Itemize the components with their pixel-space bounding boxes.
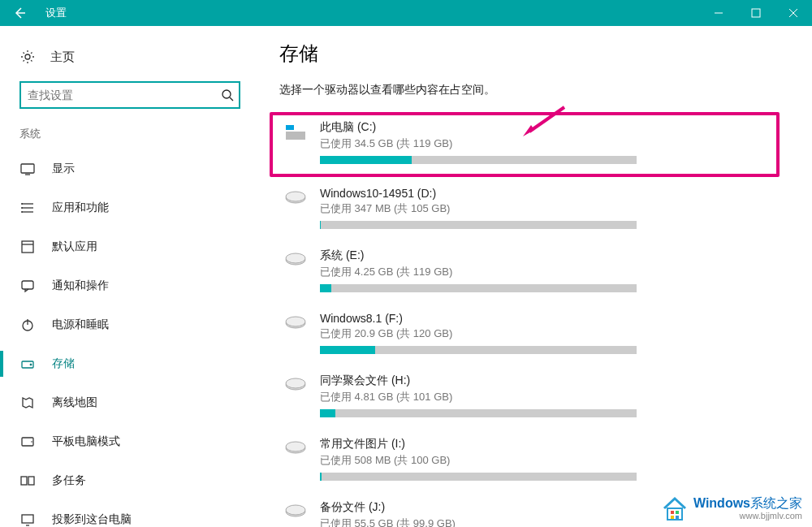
watermark: Windows系统之家 www.bjjmlv.com <box>661 495 802 522</box>
sidebar-item-storage[interactable]: 存储 <box>0 344 260 383</box>
sidebar-item-power[interactable]: 电源和睡眠 <box>0 305 260 344</box>
drive-usage-bar <box>320 156 637 164</box>
svg-point-41 <box>286 505 305 515</box>
sidebar-item-label: 电源和睡眠 <box>52 317 109 332</box>
svg-point-33 <box>286 253 305 263</box>
drive-icon <box>279 437 312 481</box>
maximize-icon <box>751 8 761 18</box>
display-icon <box>19 161 36 177</box>
drive-name: Windows10-14951 (D:) <box>320 187 780 200</box>
back-button[interactable] <box>0 0 39 26</box>
drive-row[interactable]: 常用文件图片 (I:)已使用 508 MB (共 100 GB) <box>279 432 780 490</box>
svg-point-4 <box>25 54 30 59</box>
sidebar-item-apps[interactable]: 应用和功能 <box>0 188 260 227</box>
proj-icon <box>19 512 36 527</box>
svg-rect-15 <box>22 241 33 253</box>
svg-line-6 <box>230 97 233 101</box>
svg-rect-47 <box>671 516 674 519</box>
svg-rect-48 <box>676 516 679 519</box>
close-button[interactable] <box>775 0 812 26</box>
svg-point-23 <box>31 441 32 443</box>
drive-icon <box>279 187 312 229</box>
close-icon <box>788 8 798 18</box>
content-area: 存储 选择一个驱动器以查看哪些内容在占空间。 此电脑 (C:)已使用 34.5 … <box>260 26 812 527</box>
apps-icon <box>19 200 36 216</box>
section-header-system: 系统 <box>0 123 260 149</box>
drive-name: 同学聚会文件 (H:) <box>320 374 780 388</box>
sidebar-item-maps[interactable]: 离线地图 <box>0 383 260 422</box>
home-button[interactable]: 主页 <box>0 42 260 71</box>
drive-row[interactable]: 同学聚会文件 (H:)已使用 4.81 GB (共 101 GB) <box>279 369 780 427</box>
sidebar-item-label: 显示 <box>52 162 75 176</box>
search-input-container[interactable] <box>19 81 240 109</box>
drive-icon <box>279 500 312 527</box>
sidebar-item-label: 平板电脑模式 <box>52 434 120 449</box>
page-title: 存储 <box>279 41 780 67</box>
drive-usage: 已使用 4.81 GB (共 101 GB) <box>320 390 780 404</box>
svg-rect-26 <box>22 515 33 523</box>
svg-point-14 <box>21 211 23 213</box>
drive-usage-bar <box>320 284 637 292</box>
drive-row[interactable]: Windows8.1 (F:)已使用 20.9 GB (共 120 GB) <box>279 307 780 364</box>
drive-name: 常用文件图片 (I:) <box>320 437 780 451</box>
drive-usage: 已使用 20.9 GB (共 120 GB) <box>320 326 780 341</box>
svg-point-21 <box>30 364 32 365</box>
app-title: 设置 <box>45 6 67 20</box>
svg-rect-46 <box>676 511 679 514</box>
minimize-button[interactable] <box>700 0 737 26</box>
maps-icon <box>19 395 36 411</box>
titlebar: 设置 <box>0 0 812 26</box>
drive-usage-bar <box>320 409 637 417</box>
sidebar-item-label: 默认应用 <box>52 240 97 254</box>
drive-row[interactable]: 系统 (E:)已使用 4.25 GB (共 119 GB) <box>279 244 780 302</box>
drive-row[interactable]: 此电脑 (C:)已使用 34.5 GB (共 119 GB) <box>270 112 780 177</box>
svg-point-31 <box>286 192 305 201</box>
sidebar: 主页 系统 显示应用和功能默认应用通知和操作电源和睡眠存储离线地图平板电脑模式多… <box>0 26 260 527</box>
drive-usage-bar <box>320 473 637 481</box>
sidebar-item-label: 离线地图 <box>52 395 97 410</box>
svg-point-35 <box>286 317 305 326</box>
notify-icon <box>19 278 36 294</box>
drive-usage: 已使用 347 MB (共 105 GB) <box>320 201 780 216</box>
watermark-suffix: 系统之家 <box>750 496 802 510</box>
sidebar-item-display[interactable]: 显示 <box>0 149 260 188</box>
minimize-icon <box>714 8 723 18</box>
svg-rect-28 <box>286 132 305 140</box>
svg-point-13 <box>21 207 23 209</box>
drive-icon <box>279 248 312 292</box>
svg-rect-29 <box>286 125 294 130</box>
svg-rect-1 <box>752 9 760 17</box>
tablet-icon <box>19 434 36 450</box>
drive-row[interactable]: Windows10-14951 (D:)已使用 347 MB (共 105 GB… <box>279 182 780 239</box>
svg-point-39 <box>286 442 305 451</box>
sidebar-item-tablet[interactable]: 平板电脑模式 <box>0 422 260 461</box>
svg-point-12 <box>21 203 23 205</box>
maximize-button[interactable] <box>737 0 775 26</box>
sidebar-item-label: 存储 <box>52 356 75 371</box>
svg-rect-44 <box>667 508 682 520</box>
watermark-brand: Windows <box>693 496 750 510</box>
arrow-left-icon <box>12 6 27 20</box>
sidebar-item-proj[interactable]: 投影到这台电脑 <box>0 500 260 527</box>
search-input[interactable] <box>28 89 221 102</box>
svg-rect-45 <box>671 511 674 514</box>
svg-point-37 <box>286 378 305 388</box>
sidebar-item-label: 多任务 <box>52 473 86 488</box>
svg-rect-25 <box>28 477 34 485</box>
svg-point-5 <box>222 90 231 98</box>
page-subtitle: 选择一个驱动器以查看哪些内容在占空间。 <box>279 83 780 97</box>
drive-usage: 已使用 508 MB (共 100 GB) <box>320 453 780 468</box>
sidebar-item-label: 投影到这台电脑 <box>52 512 132 527</box>
drive-icon <box>279 374 312 417</box>
sidebar-item-notify[interactable]: 通知和操作 <box>0 266 260 305</box>
multi-icon <box>19 473 36 489</box>
home-label: 主页 <box>50 50 75 65</box>
sidebar-item-default[interactable]: 默认应用 <box>0 227 260 266</box>
svg-rect-24 <box>21 477 27 485</box>
sidebar-item-multi[interactable]: 多任务 <box>0 461 260 500</box>
search-icon <box>221 89 234 102</box>
window-controls <box>700 0 812 26</box>
sidebar-item-label: 通知和操作 <box>52 279 109 293</box>
drive-icon <box>279 312 312 354</box>
power-icon <box>19 317 36 333</box>
